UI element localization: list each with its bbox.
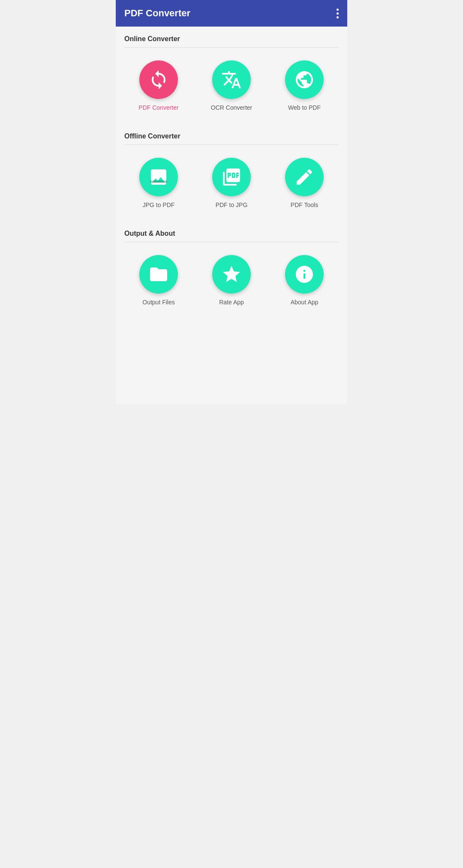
pdf-tools-label: PDF Tools xyxy=(291,201,318,208)
rate-app-label: Rate App xyxy=(219,299,244,306)
web-to-pdf-label: Web to PDF xyxy=(288,104,321,111)
folder-icon xyxy=(148,264,169,285)
jpg-to-pdf-icon-circle xyxy=(139,158,178,196)
output-files-item[interactable]: Output Files xyxy=(124,251,193,310)
rate-app-item[interactable]: Rate App xyxy=(197,251,266,310)
web-to-pdf-item[interactable]: Web to PDF xyxy=(270,56,339,115)
output-about-divider xyxy=(124,242,339,242)
app-bar: PDF Converter xyxy=(116,0,347,27)
ocr-converter-icon-circle xyxy=(212,60,251,99)
globe-icon xyxy=(294,69,315,90)
offline-converter-section: Offline Converter JPG to PDF xyxy=(116,124,347,221)
output-files-icon-circle xyxy=(139,255,178,294)
online-divider xyxy=(124,47,339,48)
pdf-to-jpg-item[interactable]: PDF to JPG xyxy=(197,153,266,213)
dot3 xyxy=(337,16,339,18)
about-app-item[interactable]: About App xyxy=(270,251,339,310)
jpg-to-pdf-item[interactable]: JPG to PDF xyxy=(124,153,193,213)
offline-converter-grid: JPG to PDF PDF to JPG PDF Tools xyxy=(124,153,339,217)
ocr-converter-label: OCR Converter xyxy=(211,104,252,111)
app-title: PDF Converter xyxy=(124,8,190,19)
offline-converter-title: Offline Converter xyxy=(124,132,339,140)
pdf-to-jpg-label: PDF to JPG xyxy=(216,201,248,208)
about-app-icon-circle xyxy=(285,255,324,294)
star-icon xyxy=(221,264,242,285)
output-files-label: Output Files xyxy=(142,299,174,306)
info-icon xyxy=(294,264,315,285)
rate-app-icon-circle xyxy=(212,255,251,294)
more-options-button[interactable] xyxy=(337,9,339,18)
edit-icon xyxy=(294,167,315,187)
pdf-tools-item[interactable]: PDF Tools xyxy=(270,153,339,213)
pdf-tools-icon-circle xyxy=(285,158,324,196)
output-about-grid: Output Files Rate App About App xyxy=(124,251,339,314)
pdf-converter-icon-circle xyxy=(139,60,178,99)
online-converter-title: Online Converter xyxy=(124,35,339,43)
translate-icon xyxy=(221,69,242,90)
online-converter-grid: PDF Converter OCR Converter Web to xyxy=(124,56,339,120)
offline-divider xyxy=(124,144,339,145)
pdf-icon xyxy=(221,167,242,187)
about-app-label: About App xyxy=(291,299,319,306)
dot2 xyxy=(337,12,339,15)
refresh-icon xyxy=(148,69,169,90)
ocr-converter-item[interactable]: OCR Converter xyxy=(197,56,266,115)
svg-rect-0 xyxy=(150,180,167,183)
bottom-space xyxy=(116,318,347,404)
web-to-pdf-icon-circle xyxy=(285,60,324,99)
dot1 xyxy=(337,9,339,11)
jpg-to-pdf-label: JPG to PDF xyxy=(143,201,175,208)
image-icon xyxy=(148,167,169,187)
pdf-converter-item[interactable]: PDF Converter xyxy=(124,56,193,115)
output-about-section: Output & About Output Files Rat xyxy=(116,221,347,318)
main-content: Online Converter PDF Converter xyxy=(116,27,347,404)
online-converter-section: Online Converter PDF Converter xyxy=(116,27,347,124)
pdf-to-jpg-icon-circle xyxy=(212,158,251,196)
output-about-title: Output & About xyxy=(124,230,339,237)
pdf-converter-label: PDF Converter xyxy=(138,104,178,111)
